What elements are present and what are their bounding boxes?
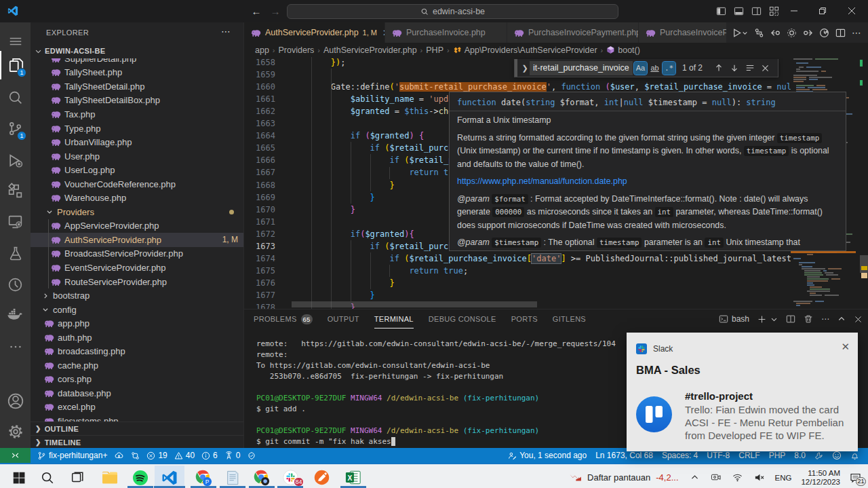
timeline-section-header[interactable]: ❯ TIMELINE [31, 435, 243, 449]
tree-file-tax-php[interactable]: Tax.php [31, 107, 243, 121]
taskbar-chrome-icon[interactable] [247, 466, 277, 488]
status-8-0[interactable]: 8.0 [794, 451, 806, 460]
activity-remote-explorer-button[interactable] [0, 207, 31, 236]
taskbar-spotify-icon[interactable] [125, 466, 155, 488]
notification-center-icon[interactable]: 21 [850, 472, 861, 483]
maximize-panel-icon[interactable] [837, 315, 846, 323]
tree-file-warehouse-php[interactable]: Warehouse.php [31, 191, 243, 205]
find-in-selection-icon[interactable] [745, 63, 755, 73]
code-editor[interactable]: 1658165916601661166216631664166516661667… [244, 57, 868, 309]
tree-file-database-php[interactable]: database.php [31, 386, 243, 400]
tree-file-broadcastserviceprovider-php[interactable]: BroadcastServiceProvider.php [31, 247, 243, 261]
weather-stock-widget[interactable]: Daftar pantauan -4,2... [569, 472, 678, 483]
taskbar-excel-icon[interactable]: X [338, 466, 368, 488]
status-compare-changes[interactable] [131, 451, 140, 460]
run-php-button[interactable] [732, 28, 748, 38]
tree-file-tallysheetdetailbox-php[interactable]: TallySheetDetailBox.php [31, 94, 243, 108]
activity-account-button[interactable] [0, 387, 31, 415]
tree-file-app-php[interactable]: app.php [31, 316, 243, 331]
tree-file-auth-php[interactable]: auth.php [31, 331, 243, 345]
tree-file-tallysheet-php[interactable]: TallySheet.php [31, 66, 243, 80]
tree-file-cache-php[interactable]: cache.php [31, 358, 243, 373]
find-previous-icon[interactable] [714, 63, 724, 73]
breadcrumb[interactable]: app›Providers›AuthServiceProvider.php›PH… [244, 43, 868, 57]
horizontal-scrollbar[interactable] [292, 301, 537, 307]
window-minimize-button[interactable] [787, 3, 802, 19]
tree-file-supplierdetail-php[interactable]: SupplierDetail.php [31, 58, 243, 66]
taskbar-notepad-icon[interactable] [218, 466, 248, 488]
nav-back-button[interactable]: ← [250, 4, 263, 18]
match-case-toggle[interactable]: Aa [634, 62, 647, 75]
tooltip-doc-link[interactable]: https://www.php.net/manual/function.date… [457, 176, 627, 186]
tree-file-eventserviceprovider-php[interactable]: EventServiceProvider.php [31, 261, 243, 275]
activity-source-control-button[interactable]: 1 [0, 114, 31, 143]
tree-file-routeserviceprovider-php[interactable]: RouteServiceProvider.php [31, 275, 243, 289]
activity-docker-button[interactable] [0, 301, 31, 329]
activity-run-debug-button[interactable] [0, 146, 31, 174]
taskbar-vscode-icon[interactable] [155, 466, 184, 488]
tab-purchaseinvoicepayment-php[interactable]: PurchaseInvoicePayment.php [507, 22, 639, 43]
taskbar-task-view-icon[interactable] [62, 466, 92, 488]
toggle-secondary-sidebar-icon[interactable] [749, 3, 764, 19]
status-ln-1673-col-68[interactable]: Ln 1673, Col 68 [595, 451, 653, 460]
panel-tab-terminal[interactable]: TERMINAL [374, 309, 414, 329]
tree-file-urbanvillage-php[interactable]: UrbanVillage.php [31, 135, 243, 149]
editor-more-actions-icon[interactable]: ⋯ [852, 27, 861, 38]
panel-tab-debug-console[interactable]: DEBUG CONSOLE [429, 309, 496, 329]
status-6[interactable]: 6 [201, 451, 218, 460]
toggle-sidebar-icon[interactable] [713, 3, 728, 19]
terminal-dropdown-icon[interactable] [770, 316, 778, 323]
toggle-panel-icon[interactable] [731, 3, 746, 19]
wifi-icon[interactable] [732, 472, 743, 483]
breadcrumb-item[interactable]: App\Providers\AuthServiceProvider [453, 45, 597, 55]
tree-file-broadcasting-php[interactable]: broadcasting.php [31, 344, 243, 358]
outline-section-header[interactable]: ❯ OUTLINE [31, 421, 243, 435]
tree-file-excel-php[interactable]: excel.php [31, 400, 243, 415]
panel-more-actions-icon[interactable]: ⋯ [821, 314, 829, 324]
tree-file-vouchercodereference-php[interactable]: VoucherCodeReference.php [31, 177, 243, 191]
nav-forward-button[interactable]: → [269, 4, 282, 18]
tree-folder-bootstrap[interactable]: bootstrap [31, 288, 243, 303]
status-you-1-second-ago[interactable]: You, 1 second ago [508, 451, 587, 460]
meet-now-icon[interactable] [711, 472, 721, 483]
status-wrench[interactable] [814, 451, 823, 460]
split-editor-icon[interactable] [835, 28, 846, 38]
clock-widget[interactable]: 11:50 AM 12/12/2023 [801, 469, 840, 487]
tree-file-filesystems-php[interactable]: filesystems.php [31, 414, 243, 421]
status-sync-cloud[interactable] [114, 451, 124, 460]
activity-more-button[interactable] [0, 333, 31, 361]
status-spaces-4[interactable]: Spaces: 4 [662, 451, 698, 460]
split-terminal-icon[interactable] [786, 314, 795, 324]
close-panel-icon[interactable] [854, 315, 863, 324]
activity-search-button[interactable] [0, 83, 31, 111]
sidebar-more-actions-icon[interactable]: ⋯ [221, 26, 231, 37]
overview-ruler[interactable] [860, 57, 868, 309]
panel-tab-output[interactable]: OUTPUT [328, 309, 359, 329]
window-restore-button[interactable] [815, 3, 830, 19]
status-crlf[interactable]: CRLF [738, 451, 760, 460]
customize-layout-icon[interactable] [766, 3, 781, 19]
tray-expand-icon[interactable] [690, 473, 699, 482]
breadcrumb-item[interactable]: boot() [606, 45, 640, 55]
tree-file-userlog-php[interactable]: UserLog.php [31, 163, 243, 177]
panel-tab-ports[interactable]: PORTS [511, 309, 538, 329]
breadcrumb-item[interactable]: AuthServiceProvider.php [323, 45, 417, 55]
open-changes-icon[interactable] [787, 28, 797, 38]
new-terminal-icon[interactable] [757, 315, 766, 324]
keyboard-language[interactable]: ENG [775, 474, 792, 482]
find-input[interactable]: it-retail_purchase_invoice [530, 61, 633, 75]
find-next-icon[interactable] [730, 63, 739, 73]
whole-word-toggle[interactable]: ab [648, 62, 661, 75]
taskbar-start-icon[interactable] [4, 466, 34, 488]
tree-file-authserviceprovider-php[interactable]: AuthServiceProvider.php1, M [31, 233, 243, 247]
breadcrumb-item[interactable]: PHP [426, 45, 443, 55]
terminal-profile-label[interactable]: bash [719, 314, 749, 324]
taskbar-slack-icon[interactable]: 84 [275, 466, 305, 488]
taskbar-search-icon[interactable] [33, 466, 62, 488]
status-php[interactable]: PHP [769, 451, 786, 460]
open-changes-prev-icon[interactable] [770, 28, 781, 38]
command-center-search[interactable]: edwin-acsi-be [287, 4, 618, 19]
status-bell[interactable] [850, 451, 859, 460]
tree-file-appserviceprovider-php[interactable]: AppServiceProvider.php [31, 219, 243, 233]
activity-explorer-button[interactable]: 1 [0, 51, 31, 79]
